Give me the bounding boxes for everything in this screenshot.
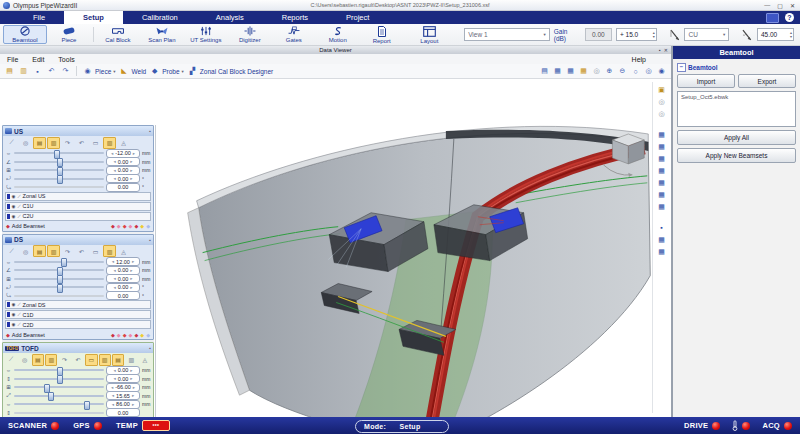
display-option-icon[interactable]: ▪ xyxy=(656,222,668,233)
undo-tool-icon[interactable]: ↶ xyxy=(75,137,88,149)
accept-icon[interactable]: ▣ xyxy=(656,84,668,95)
rect-tool-icon[interactable]: ▭ xyxy=(89,137,102,149)
zoom-selected-icon[interactable]: ◉ xyxy=(656,66,667,77)
beamset-select[interactable]: CU ▾ xyxy=(684,28,729,41)
show-envelope-icon[interactable]: ▥ xyxy=(47,245,60,257)
show-envelope-icon[interactable]: ▥ xyxy=(47,137,60,149)
spin-left-icon[interactable]: ◂ xyxy=(112,259,114,264)
visibility-icon[interactable]: ◉ xyxy=(12,194,16,199)
zonal-cal-block-designer-button[interactable]: ▞ Zonal Cal Block Designer xyxy=(187,66,273,77)
rotate-view-icon[interactable]: ◎ xyxy=(591,66,602,77)
help-icon[interactable]: ? xyxy=(785,13,794,22)
slider-knob[interactable] xyxy=(61,258,67,267)
display-option-icon[interactable]: ▦ xyxy=(656,246,668,257)
report-button[interactable]: Report xyxy=(360,25,404,45)
spin-left-icon[interactable]: ◂ xyxy=(113,168,115,173)
screen-panel-icon[interactable] xyxy=(766,13,779,23)
slider-knob[interactable] xyxy=(57,375,63,384)
spin-left-icon[interactable]: ◂ xyxy=(113,268,115,273)
wedge-tool-icon[interactable]: ▥ xyxy=(103,245,116,257)
tab-calibration[interactable]: Calibration xyxy=(123,11,197,24)
beamset-type-icon[interactable]: ◆ xyxy=(146,223,150,229)
view-mode-icon[interactable]: ▤ xyxy=(539,66,550,77)
spin-right-icon[interactable]: ▸ xyxy=(130,285,132,290)
visibility-icon[interactable]: ◉ xyxy=(12,214,16,219)
apply-all-button[interactable]: Apply All xyxy=(677,130,796,145)
view-select[interactable]: View 1 ▾ xyxy=(464,28,550,41)
probe-tool-icon[interactable]: ⟋ xyxy=(5,354,17,366)
show-beams-icon[interactable]: ▤ xyxy=(33,245,46,257)
zoom-dynamic-icon[interactable]: ◎ xyxy=(643,66,654,77)
beamset-type-icon[interactable]: ◆ xyxy=(111,223,115,229)
spin-left-icon[interactable]: ◂ xyxy=(113,276,115,281)
visibility-icon[interactable]: ◉ xyxy=(12,302,16,307)
slider-knob[interactable] xyxy=(57,275,63,284)
slider-track[interactable] xyxy=(14,269,104,271)
export-button[interactable]: Export xyxy=(738,74,796,88)
spin-left-icon[interactable]: ◂ xyxy=(111,385,113,390)
value-stepper[interactable]: ◂0.00▸ xyxy=(106,274,140,283)
float-icon[interactable]: ▪ xyxy=(659,47,661,53)
view-cube-icon[interactable]: ▦ xyxy=(656,153,668,164)
collapse-icon[interactable]: ▪ xyxy=(149,128,151,134)
beamset-type-icon[interactable]: ◆ xyxy=(129,223,133,229)
probe-menu-button[interactable]: ◆ Probe ▾ xyxy=(149,66,184,77)
spin-right-icon[interactable]: ▸ xyxy=(130,276,132,281)
beamset-type-icon[interactable]: ◆ xyxy=(134,332,138,338)
new-file-icon[interactable]: ▤ xyxy=(4,66,15,77)
view-cube-icon[interactable]: ▦ xyxy=(656,177,668,188)
motion-button[interactable]: Motion xyxy=(316,25,360,44)
settings-tool-icon[interactable]: ◎ xyxy=(19,137,32,149)
redo-tool-icon[interactable]: ↷ xyxy=(61,137,74,149)
display-option-icon[interactable]: ▦ xyxy=(656,234,668,245)
visibility-icon[interactable]: ◉ xyxy=(12,204,16,209)
spin-right-icon[interactable]: ▸ xyxy=(130,268,132,273)
spin-left-icon[interactable]: ◂ xyxy=(113,368,115,373)
cal-block-button[interactable]: Cal Block xyxy=(96,25,140,44)
collapse-icon[interactable]: − xyxy=(677,63,686,72)
tab-setup[interactable]: Setup xyxy=(64,11,123,24)
group-us-header[interactable]: US ▪ xyxy=(3,126,153,136)
maximize-icon[interactable]: ▢ xyxy=(777,2,783,9)
group-tofd-header[interactable]: TOFD TOFD ▪ xyxy=(3,343,153,353)
beamset-type-icon[interactable]: ◆ xyxy=(134,223,138,229)
value-stepper[interactable]: ◂15.65▸ xyxy=(106,391,140,400)
beamset-row[interactable]: ◉⟋C1U xyxy=(5,202,151,211)
menu-help[interactable]: Help xyxy=(625,56,653,63)
view-cube-icon[interactable]: ▦ xyxy=(656,141,668,152)
beamset-type-icon[interactable]: ◆ xyxy=(140,223,144,229)
scan-plan-button[interactable]: Scan Plan xyxy=(140,25,184,44)
tab-file[interactable]: File xyxy=(14,11,64,24)
value-stepper[interactable]: ◂12.00▸ xyxy=(106,257,140,266)
ut-settings-button[interactable]: UT Settings xyxy=(184,25,228,44)
beamset-type-icon[interactable]: ◆ xyxy=(123,223,127,229)
spin-right-icon[interactable]: ▸ xyxy=(132,259,134,264)
front-view-icon[interactable]: ▦ xyxy=(565,66,576,77)
layout-button[interactable]: Layout xyxy=(407,25,451,45)
beamset-type-icon[interactable]: ◆ xyxy=(129,332,133,338)
spin-right-icon[interactable]: ▸ xyxy=(132,393,134,398)
spin-left-icon[interactable]: ◂ xyxy=(111,151,113,156)
collapse-icon[interactable]: ▪ xyxy=(149,237,151,243)
slider-track[interactable] xyxy=(14,286,104,288)
slider-track[interactable] xyxy=(14,378,104,380)
slider-knob[interactable] xyxy=(48,392,54,401)
piece-button[interactable]: Piece xyxy=(47,25,91,44)
undo-icon[interactable]: ↶ xyxy=(46,66,57,77)
zone-tool-icon[interactable]: ▤ xyxy=(112,354,124,366)
slider-track[interactable] xyxy=(14,369,104,371)
slider-track[interactable] xyxy=(14,403,104,405)
gear-icon[interactable]: ◎ xyxy=(656,108,668,119)
spin-right-icon[interactable]: ▸ xyxy=(132,402,134,407)
beamtool-file-list[interactable]: Setup_Oct5.ebwk xyxy=(677,91,796,127)
top-view-icon[interactable]: ▦ xyxy=(578,66,589,77)
warn-tool-icon[interactable]: ◬ xyxy=(139,354,151,366)
beamset-type-icon[interactable]: ◆ xyxy=(146,332,150,338)
open-file-icon[interactable]: ▥ xyxy=(18,66,29,77)
spin-right-icon[interactable]: ▸ xyxy=(133,385,135,390)
list-item[interactable]: Setup_Oct5.ebwk xyxy=(681,94,792,100)
view-cube-icon[interactable]: ▦ xyxy=(656,201,668,212)
beamset-row[interactable]: ◉⟋C1D xyxy=(5,310,151,319)
slider-knob[interactable] xyxy=(84,401,90,410)
slider-track[interactable] xyxy=(14,278,104,280)
